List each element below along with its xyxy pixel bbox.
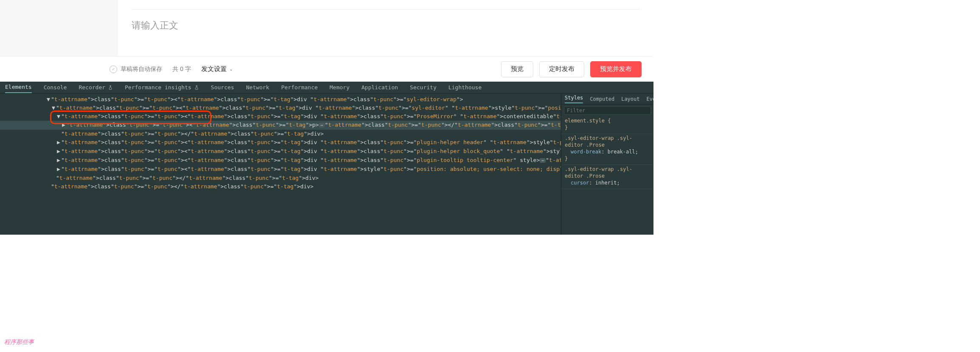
dom-node[interactable]: "t-attrname">class"t-punc">="t-punc"></"… <box>0 182 561 191</box>
autosave-indicator: ✓ 草稿将自动保存 <box>110 65 162 73</box>
publish-button[interactable]: 预览并发布 <box>590 61 642 77</box>
tab-network[interactable]: Network <box>246 82 269 93</box>
schedule-button[interactable]: 定时发布 <box>539 61 584 77</box>
tab-performance[interactable]: Performance <box>281 82 318 93</box>
styles-filter-input[interactable] <box>564 106 651 115</box>
check-circle-icon: ✓ <box>110 65 117 73</box>
styles-tabs: Styles Computed Layout Event <box>561 94 653 105</box>
flask-icon <box>194 85 199 90</box>
dom-node[interactable]: ▼"t-attrname">class"t-punc">="t-punc"><"… <box>0 104 561 112</box>
tab-memory[interactable]: Memory <box>329 82 349 93</box>
dom-node[interactable]: ▼"t-attrname">class"t-punc">="t-punc"><"… <box>0 112 561 121</box>
styles-tab-styles[interactable]: Styles <box>565 95 583 103</box>
dom-node[interactable]: "t-attrname">class"t-punc">="t-punc"></"… <box>0 174 561 182</box>
dom-node[interactable]: ▼"t-attrname">class"t-punc">="t-punc"><"… <box>0 95 561 104</box>
post-settings-dropdown[interactable]: 发文设置 ⌄ <box>201 65 233 73</box>
autosave-label: 草稿将自动保存 <box>121 65 162 73</box>
dom-node[interactable]: ▶"t-attrname">class"t-punc">="t-punc"><"… <box>0 121 561 130</box>
tab-perf-insights[interactable]: Performance insights <box>125 82 199 93</box>
devtools-tabs: Elements Console Recorder Performance in… <box>0 82 653 94</box>
css-rule[interactable]: .syl-editor-wrap .syl-editor .Prose word… <box>561 134 653 165</box>
post-settings-label: 发文设置 <box>201 65 227 73</box>
css-rule[interactable]: element.style { } <box>561 116 653 134</box>
tab-console[interactable]: Console <box>44 82 67 93</box>
styles-tab-layout[interactable]: Layout <box>621 96 639 102</box>
word-count: 共 0 字 <box>172 65 191 73</box>
editor-placeholder: 请输入正文 <box>132 19 640 32</box>
styles-panel: Styles Computed Layout Event element.sty… <box>561 94 653 235</box>
devtools-body: ▼"t-attrname">class"t-punc">="t-punc"><"… <box>0 94 653 235</box>
tab-security[interactable]: Security <box>410 82 436 93</box>
devtools-panel: Elements Console Recorder Performance in… <box>0 82 653 235</box>
tab-elements[interactable]: Elements <box>5 82 32 93</box>
dom-node[interactable]: ▶"t-attrname">class"t-punc">="t-punc"><"… <box>0 138 561 147</box>
editor-gutter <box>0 0 118 56</box>
dom-node[interactable]: ▶"t-attrname">class"t-punc">="t-punc"><"… <box>0 156 561 165</box>
editor-content[interactable]: 请输入正文 <box>118 0 653 56</box>
tab-sources[interactable]: Sources <box>211 82 234 93</box>
tab-lighthouse[interactable]: Lighthouse <box>448 82 482 93</box>
styles-tab-event[interactable]: Event <box>647 96 653 102</box>
css-rule[interactable]: .syl-editor-wrap .syl-editor .Prose curs… <box>561 165 653 189</box>
dom-node[interactable]: "t-attrname">class"t-punc">="t-punc"></"… <box>0 130 561 138</box>
dom-tree[interactable]: ▼"t-attrname">class"t-punc">="t-punc"><"… <box>0 94 561 235</box>
chevron-down-icon: ⌄ <box>229 67 233 71</box>
tab-application[interactable]: Application <box>361 82 398 93</box>
footer-bar: ✓ 草稿将自动保存 共 0 字 发文设置 ⌄ 预览 定时发布 预览并发布 <box>0 56 653 82</box>
dom-node[interactable]: ▶"t-attrname">class"t-punc">="t-punc"><"… <box>0 165 561 174</box>
editor-area: 请输入正文 <box>0 0 653 56</box>
tab-recorder[interactable]: Recorder <box>79 82 113 93</box>
preview-button[interactable]: 预览 <box>501 61 533 77</box>
flask-icon <box>108 85 113 90</box>
editor-divider <box>132 9 640 10</box>
dom-node[interactable]: ▶"t-attrname">class"t-punc">="t-punc"><"… <box>0 147 561 156</box>
styles-tab-computed[interactable]: Computed <box>590 96 614 102</box>
